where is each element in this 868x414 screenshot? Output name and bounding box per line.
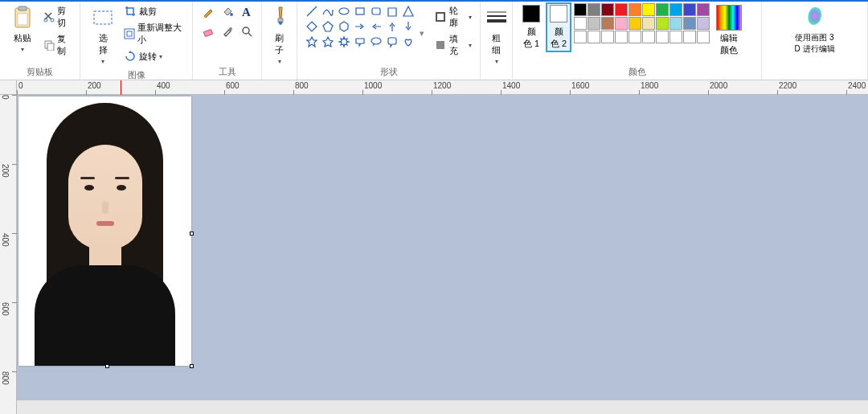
svg-rect-11 [203,29,212,36]
color-swatch[interactable] [615,3,628,16]
select-button[interactable]: 选 择 [87,3,119,67]
color-swatch[interactable] [628,17,641,30]
color-swatch[interactable] [683,3,696,16]
color-swatch[interactable] [656,3,669,16]
svg-marker-25 [339,37,349,47]
color-swatch[interactable] [574,17,587,30]
panel-image: 选 择 裁剪 重新调整大小 旋转 ▾ 图像 [80,0,193,80]
rotate-label: 旋转 [139,51,157,63]
crop-button[interactable]: 裁剪 [122,3,186,19]
svg-marker-21 [323,22,333,31]
copy-label: 复制 [57,33,72,57]
panel-paint3d: 使用画图 3 D 进行编辑 [762,0,868,80]
svg-point-4 [51,18,54,22]
edit-colors-button[interactable]: 编辑 颜色 [713,3,745,58]
color-swatch[interactable] [642,17,655,30]
svg-marker-24 [323,37,333,47]
svg-marker-23 [307,37,317,47]
color-swatch[interactable] [601,17,614,30]
custom-color-slot[interactable] [628,31,641,43]
color-swatch[interactable] [588,17,600,30]
svg-marker-19 [403,6,413,16]
svg-rect-2 [18,14,27,25]
paste-button[interactable]: 粘贴 [6,3,39,55]
paint3d-label: 使用画图 3 D 进行编辑 [795,32,835,55]
color-swatch[interactable] [574,3,587,16]
brushes-button[interactable]: 刷 子 [264,3,296,67]
panel-clipboard-label: 剪贴板 [6,64,73,78]
custom-color-slot[interactable] [697,31,710,43]
svg-rect-27 [436,13,444,21]
rotate-button[interactable]: 旋转 ▾ [122,48,186,64]
fill-icon [434,39,447,51]
copy-icon [43,39,55,51]
custom-color-slot[interactable] [588,31,600,43]
custom-color-slot[interactable] [574,31,587,43]
svg-rect-28 [436,41,444,49]
magnifier-tool[interactable] [238,23,256,40]
color1-button[interactable]: 颜 色 1 [519,3,543,51]
brush-icon [267,5,293,31]
canvas-area[interactable] [17,95,868,414]
paint3d-button[interactable]: 使用画图 3 D 进行编辑 [792,3,838,56]
paste-label: 粘贴 [14,32,31,44]
resize-icon [124,27,135,40]
panel-colors: 颜 色 1 颜 色 2 编辑 颜色 颜色 [513,0,762,80]
scissors-icon [43,10,55,23]
custom-color-slot[interactable] [615,31,628,43]
pencil-tool[interactable] [199,3,217,21]
svg-rect-9 [127,31,132,36]
color2-button[interactable]: 颜 色 2 [547,3,571,51]
text-tool[interactable]: A [238,3,256,21]
picker-tool[interactable] [219,23,236,40]
size-button[interactable]: 粗 细 [481,3,513,67]
copy-button[interactable]: 复制 [42,31,73,59]
fill-label: 填充 [449,33,467,57]
shapes-more-button[interactable]: ▾ [420,28,426,39]
canvas-image[interactable] [18,96,191,366]
cut-button[interactable]: 剪切 [42,3,73,31]
spectrum-icon [716,5,742,31]
color-swatch[interactable] [588,3,600,16]
rotate-icon [124,50,137,63]
fill-tool[interactable] [219,3,236,21]
panel-tools-label: 工具 [199,64,255,78]
color-swatch[interactable] [683,17,696,30]
panel-image-label: 图像 [87,67,186,81]
color-swatch[interactable] [656,17,669,30]
scrollbar-horizontal[interactable] [17,400,868,414]
color-swatch[interactable] [642,3,655,16]
svg-point-26 [371,38,381,44]
size-label: 粗 细 [492,32,501,56]
outline-button[interactable]: 轮廓▾ [432,3,473,31]
color-swatch[interactable] [697,17,710,30]
panel-colors-label: 颜色 [519,64,755,78]
custom-color-slot[interactable] [601,31,614,43]
color-swatch[interactable] [615,17,628,30]
color-swatch[interactable] [669,17,682,30]
custom-color-slot[interactable] [683,31,696,43]
svg-rect-8 [125,29,134,39]
svg-rect-7 [94,11,112,24]
resize-button[interactable]: 重新调整大小 [122,20,186,47]
svg-marker-18 [388,8,396,16]
select-icon [90,5,116,31]
color-swatch[interactable] [669,3,682,16]
brushes-label: 刷 子 [275,32,284,56]
panel-clipboard: 粘贴 剪切 复制 剪贴板 [0,0,80,80]
outline-label: 轮廓 [449,5,467,29]
ruler-corner [0,80,17,95]
custom-color-slot[interactable] [642,31,655,43]
eraser-tool[interactable] [199,23,217,40]
custom-color-slot[interactable] [656,31,669,43]
shapes-gallery[interactable] [304,3,416,49]
color-swatch[interactable] [601,3,614,16]
custom-color-slot[interactable] [669,31,682,43]
color-swatch[interactable] [697,3,710,16]
fill-button[interactable]: 填充▾ [432,31,473,59]
clipboard-icon [10,5,35,31]
svg-point-13 [243,27,249,34]
svg-rect-16 [356,8,364,14]
crop-label: 裁剪 [139,6,157,18]
color-swatch[interactable] [628,3,641,16]
